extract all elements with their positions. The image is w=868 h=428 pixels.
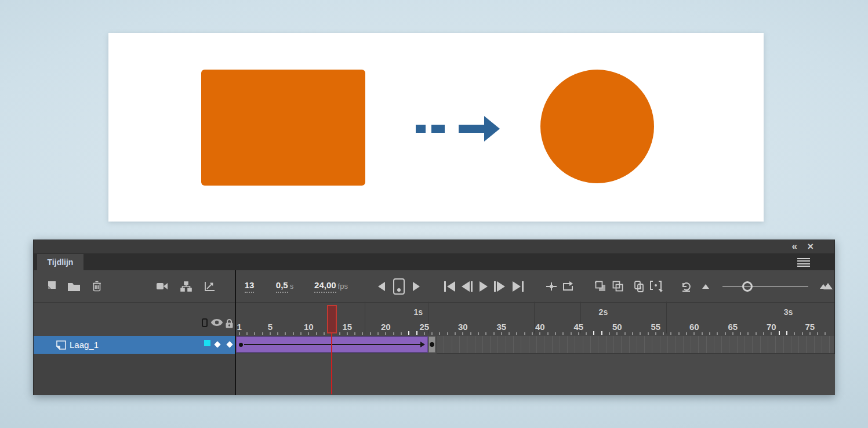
delete-layer-button[interactable] — [89, 270, 104, 302]
ruler-tick — [609, 332, 610, 335]
play-button[interactable] — [477, 270, 491, 302]
step-marker-forward-icon[interactable] — [409, 270, 423, 302]
close-panel-icon[interactable]: × — [807, 241, 813, 253]
ruler-tick — [794, 332, 795, 335]
ruler-frame-number[interactable]: 70 — [767, 322, 776, 332]
zoom-in-timeline-icon[interactable] — [818, 270, 835, 302]
ruler-tick — [648, 332, 649, 335]
playhead-marker-icon[interactable] — [392, 270, 406, 302]
ruler-frame-number[interactable]: 25 — [420, 322, 430, 332]
ruler-frame-number[interactable]: 55 — [651, 322, 661, 332]
frame-editor-icon[interactable] — [202, 270, 218, 302]
ruler-second-label: 3s — [784, 307, 793, 317]
go-to-first-frame-button[interactable] — [442, 270, 457, 302]
new-folder-button[interactable] — [66, 270, 81, 302]
go-to-last-frame-button[interactable] — [510, 270, 525, 302]
ruler-frame-number[interactable]: 15 — [343, 322, 353, 332]
ruler-tick — [377, 332, 379, 335]
timeline-zoom-slider[interactable] — [722, 286, 808, 287]
ruler-frame-number[interactable]: 30 — [458, 322, 468, 332]
highlight-column-icon[interactable] — [202, 318, 208, 327]
ruler-tick — [779, 331, 780, 335]
advanced-layers-icon[interactable] — [178, 270, 194, 302]
panel-menu-icon[interactable] — [797, 258, 810, 267]
ruler-frame-number[interactable]: 60 — [689, 322, 699, 332]
ruler-tick — [601, 331, 602, 335]
ruler-tick — [424, 332, 425, 335]
ruler-tick — [447, 332, 448, 335]
timeline-panel: « × Tijdlijn — [33, 240, 835, 395]
loop-playback-icon[interactable] — [560, 270, 576, 302]
ruler-frame-number[interactable]: 40 — [535, 322, 545, 332]
ruler-second-label: 2s — [599, 307, 608, 317]
end-shape-circle — [540, 70, 654, 183]
ruler-tick — [270, 332, 271, 335]
reset-timeline-zoom-icon[interactable] — [678, 270, 695, 302]
ruler-tick — [262, 332, 263, 335]
current-frame-value[interactable]: 13 — [245, 280, 255, 293]
add-camera-button[interactable] — [154, 270, 170, 302]
ruler-frame-number[interactable]: 45 — [574, 322, 584, 332]
ruler-frame-number[interactable]: 35 — [497, 322, 507, 332]
frame-rate-field[interactable]: 24,00 fps — [306, 270, 356, 302]
ruler-tick — [670, 332, 671, 335]
arrow-head — [484, 116, 500, 142]
ruler-frame-number[interactable]: 1 — [237, 322, 241, 332]
ruler-tick — [802, 332, 803, 335]
onion-skin-icon[interactable] — [593, 270, 608, 302]
ruler-tick — [817, 332, 818, 335]
ruler-frame-number[interactable]: 20 — [381, 322, 391, 332]
playhead-line[interactable] — [331, 333, 332, 394]
ruler-tick — [370, 332, 371, 335]
empty-frames-strip[interactable] — [437, 336, 834, 354]
layer-name[interactable]: Laag_1 — [70, 340, 99, 350]
ruler-frame-number[interactable]: 10 — [304, 322, 314, 332]
step-marker-back-icon[interactable] — [375, 270, 388, 302]
step-back-button[interactable] — [459, 270, 474, 302]
ruler-tick — [316, 332, 317, 335]
ruler-tick — [308, 332, 309, 335]
ruler-frame-number[interactable]: 65 — [728, 322, 738, 332]
layer-outline-color-swatch[interactable] — [204, 340, 210, 346]
ruler-tick — [532, 332, 533, 335]
new-layer-button[interactable] — [43, 270, 58, 302]
ruler-tick — [562, 332, 564, 335]
ruler-frame-number[interactable]: 50 — [612, 322, 622, 332]
lock-column-icon[interactable] — [225, 318, 234, 328]
ruler-tick — [593, 331, 594, 335]
ruler-tick — [293, 332, 294, 335]
step-forward-button[interactable] — [492, 270, 507, 302]
visibility-column-eye-icon[interactable] — [210, 318, 223, 327]
layer-list-empty-area — [34, 354, 235, 395]
ruler-frame-number[interactable]: 5 — [268, 322, 273, 332]
zoom-out-timeline-icon[interactable] — [699, 270, 712, 302]
frame-rate-value[interactable]: 24,00 — [314, 280, 336, 293]
tab-tijdlijn[interactable]: Tijdlijn — [37, 254, 83, 270]
current-frame-field[interactable]: 13 — [238, 270, 261, 302]
ruler-tick — [655, 332, 656, 335]
ruler-tick — [347, 332, 348, 335]
start-shape-rectangle — [201, 70, 365, 186]
ruler-tick — [686, 332, 687, 335]
elapsed-time-field[interactable]: 0,5 s — [270, 270, 299, 302]
ruler-tick — [246, 332, 248, 335]
tween-arrow-head — [420, 342, 425, 347]
ruler-frame-number[interactable]: 75 — [805, 322, 815, 332]
ruler-tick — [239, 332, 240, 335]
collapse-panel-icon[interactable]: « — [792, 241, 796, 252]
frame-rate-unit: fps — [338, 282, 348, 291]
ruler-tick — [354, 332, 355, 335]
elapsed-time-value[interactable]: 0,5 — [276, 280, 288, 293]
end-keyframe-cell[interactable] — [428, 336, 435, 353]
ruler-tick — [439, 332, 440, 335]
modify-markers-icon[interactable] — [648, 270, 666, 302]
onion-skin-outlines-icon[interactable] — [610, 270, 625, 302]
center-frame-icon[interactable] — [544, 270, 559, 302]
playhead[interactable] — [327, 305, 337, 333]
ruler-tick — [555, 332, 556, 335]
timeline-zoom-slider-knob[interactable] — [742, 281, 753, 292]
tween-arrow-icon — [416, 116, 500, 142]
tween-start-keyframe-dot[interactable] — [239, 343, 243, 347]
ruler-tick — [740, 332, 741, 335]
edit-multiple-frames-icon[interactable] — [631, 270, 647, 302]
